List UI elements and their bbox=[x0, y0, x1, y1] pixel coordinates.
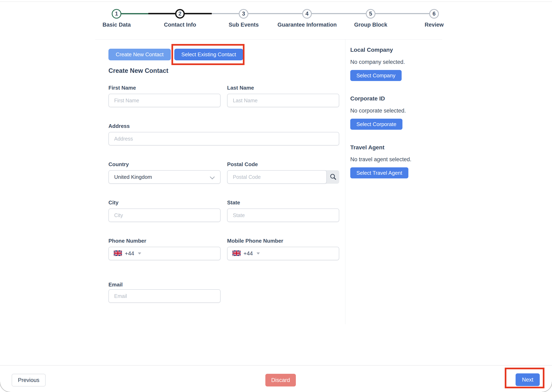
chevron-down-icon bbox=[210, 174, 215, 179]
select-corporate-button[interactable]: Select Corporate bbox=[350, 119, 402, 130]
step-5-number: 5 bbox=[369, 11, 372, 17]
next-button[interactable]: Next bbox=[516, 373, 540, 386]
mobile-dial-code: +44 bbox=[244, 250, 253, 257]
local-company-title: Local Company bbox=[350, 47, 393, 53]
address-label: Address bbox=[108, 123, 130, 129]
step-5-indicator[interactable]: 5 bbox=[366, 9, 375, 19]
first-name-input[interactable] bbox=[108, 94, 221, 107]
phone-number-label: Phone Number bbox=[108, 238, 146, 244]
country-select[interactable]: United Kingdom bbox=[108, 170, 221, 184]
step-2-number: 2 bbox=[178, 11, 182, 17]
create-new-contact-tab[interactable]: Create New Contact bbox=[108, 49, 171, 60]
step-4-number: 4 bbox=[306, 11, 308, 17]
first-name-label: First Name bbox=[108, 85, 136, 91]
uk-flag-icon bbox=[114, 250, 122, 257]
step-6-indicator[interactable]: 6 bbox=[429, 9, 439, 19]
country-selected-value: United Kingdom bbox=[114, 174, 152, 180]
email-label: Email bbox=[108, 281, 123, 288]
travel-agent-status: No travel agent selected. bbox=[350, 156, 412, 163]
last-name-input[interactable] bbox=[227, 94, 339, 107]
email-input[interactable] bbox=[108, 289, 221, 303]
postal-code-input[interactable] bbox=[227, 170, 327, 184]
step-4-indicator[interactable]: 4 bbox=[302, 9, 312, 19]
step-6-label: Review bbox=[397, 22, 471, 28]
travel-agent-title: Travel Agent bbox=[350, 144, 384, 151]
city-input[interactable] bbox=[108, 209, 221, 222]
country-label: Country bbox=[108, 161, 129, 168]
select-travel-agent-button[interactable]: Select Travel Agent bbox=[350, 167, 408, 178]
step-2-label: Contact Info bbox=[143, 22, 217, 28]
step-1-indicator[interactable]: 1 bbox=[112, 9, 121, 19]
postal-code-field bbox=[227, 170, 339, 184]
step-3-indicator[interactable]: 3 bbox=[239, 9, 248, 19]
step-6-number: 6 bbox=[433, 11, 436, 17]
step-2-indicator[interactable]: 2 bbox=[175, 9, 185, 19]
step-1-number: 1 bbox=[115, 11, 118, 17]
step-3-number: 3 bbox=[242, 11, 245, 17]
uk-flag-icon bbox=[232, 250, 241, 257]
step-1-label: Basic Data bbox=[80, 22, 154, 28]
window-top-border bbox=[0, 1, 552, 2]
corporate-id-title: Corporate ID bbox=[350, 95, 385, 102]
step-5-label: Group Block bbox=[334, 22, 408, 28]
phone-dial-code: +44 bbox=[125, 250, 134, 257]
state-input[interactable] bbox=[227, 209, 339, 222]
address-input[interactable] bbox=[108, 132, 339, 146]
step-3-label: Sub Events bbox=[207, 22, 280, 28]
discard-button[interactable]: Discard bbox=[265, 374, 296, 386]
caret-down-icon bbox=[257, 252, 260, 254]
corporate-id-status: No corporate selected. bbox=[350, 108, 406, 114]
mobile-phone-number-label: Mobile Phone Number bbox=[227, 238, 283, 244]
form-heading: Create New Contact bbox=[108, 67, 168, 75]
content-top-divider bbox=[95, 39, 442, 40]
previous-button[interactable]: Previous bbox=[12, 374, 46, 386]
last-name-label: Last Name bbox=[227, 85, 254, 91]
local-company-status: No company selected. bbox=[350, 59, 405, 65]
select-existing-contact-tab[interactable]: Select Existing Contact bbox=[174, 49, 243, 60]
caret-down-icon bbox=[138, 252, 141, 254]
postal-code-search-button[interactable] bbox=[327, 170, 339, 184]
city-label: City bbox=[108, 199, 119, 206]
mobile-phone-number-input[interactable]: +44 bbox=[227, 247, 339, 260]
stepper-line-completed bbox=[117, 13, 148, 14]
search-icon bbox=[329, 173, 337, 181]
state-label: State bbox=[227, 199, 240, 206]
select-company-button[interactable]: Select Company bbox=[350, 70, 402, 81]
step-4-label: Guarantee Information bbox=[270, 22, 344, 28]
content-vertical-divider bbox=[345, 39, 345, 324]
postal-code-label: Postal Code bbox=[227, 161, 258, 168]
phone-number-input[interactable]: +44 bbox=[108, 247, 221, 260]
